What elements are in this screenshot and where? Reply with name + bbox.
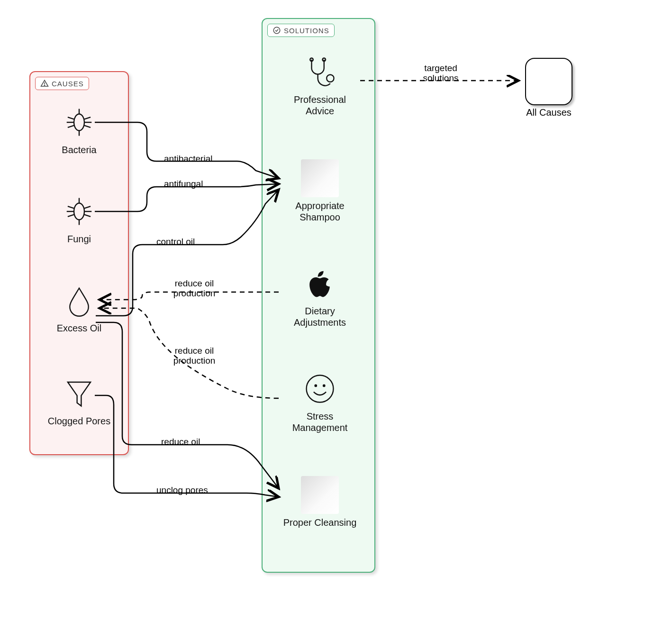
label-antifungal: antifungal xyxy=(164,179,203,189)
svg-point-12 xyxy=(74,203,84,220)
label-control-oil: control oil xyxy=(156,237,195,247)
all-causes-node: All Causes xyxy=(520,58,577,118)
label-antibacterial: antibacterial xyxy=(164,154,212,164)
svg-line-8 xyxy=(84,117,91,119)
cause-bacteria-label: Bacteria xyxy=(62,144,96,156)
warning-icon xyxy=(40,79,49,88)
label-stress-oil: reduce oil production xyxy=(166,346,223,366)
solution-cleansing-label: Proper Cleansing xyxy=(283,517,357,528)
svg-line-16 xyxy=(68,215,74,217)
solution-stress-label: Stress Management xyxy=(280,411,360,433)
svg-point-24 xyxy=(307,375,334,403)
solution-shampoo-label: Appropriate Shampoo xyxy=(280,200,360,223)
cause-pores-label: Clogged Pores xyxy=(48,415,110,427)
cause-fungi: Fungi xyxy=(39,192,119,245)
svg-line-7 xyxy=(68,126,74,128)
svg-line-18 xyxy=(84,215,91,217)
svg-point-3 xyxy=(74,114,84,131)
causes-title: CAUSES xyxy=(52,80,84,88)
shampoo-placeholder-icon xyxy=(301,159,339,197)
svg-line-17 xyxy=(84,206,91,208)
apple-icon xyxy=(301,265,339,302)
cleansing-placeholder-icon xyxy=(301,476,339,514)
solution-advice-label: Professional Advice xyxy=(280,94,360,117)
bug-icon xyxy=(60,192,98,230)
label-diet-oil: reduce oil production xyxy=(166,279,223,299)
solution-diet-label: Dietary Adjustments xyxy=(280,305,360,328)
stethoscope-icon xyxy=(301,53,339,91)
solutions-title: SOLUTIONS xyxy=(284,27,329,35)
bug-icon xyxy=(60,103,98,141)
smile-icon xyxy=(301,370,339,408)
cause-oil-label: Excess Oil xyxy=(57,322,101,334)
cause-excess-oil: Excess Oil xyxy=(39,282,119,334)
svg-line-9 xyxy=(84,126,91,128)
solution-appropriate-shampoo: Appropriate Shampoo xyxy=(280,159,360,223)
all-causes-box xyxy=(525,58,572,105)
svg-point-2 xyxy=(273,27,280,34)
check-circle-icon xyxy=(272,26,281,35)
svg-point-23 xyxy=(327,74,334,82)
causes-badge: CAUSES xyxy=(35,77,89,90)
solutions-badge: SOLUTIONS xyxy=(267,24,335,37)
svg-point-1 xyxy=(44,85,45,85)
droplet-icon xyxy=(60,282,98,320)
svg-line-15 xyxy=(68,206,74,208)
svg-line-6 xyxy=(68,117,74,119)
funnel-icon xyxy=(60,375,98,412)
solution-stress-management: Stress Management xyxy=(280,370,360,433)
solution-proper-cleansing: Proper Cleansing xyxy=(280,476,360,528)
solution-professional-advice: Professional Advice xyxy=(280,53,360,117)
svg-point-25 xyxy=(315,385,317,386)
cause-fungi-label: Fungi xyxy=(67,233,91,245)
solution-dietary-adjustments: Dietary Adjustments xyxy=(280,265,360,328)
cause-clogged-pores: Clogged Pores xyxy=(39,375,119,427)
svg-point-26 xyxy=(323,385,325,386)
all-causes-label: All Causes xyxy=(520,107,577,118)
cause-bacteria: Bacteria xyxy=(39,103,119,156)
label-targeted-solutions: targeted solutions xyxy=(417,64,464,83)
label-reduce-oil: reduce oil xyxy=(161,437,200,447)
label-unclog-pores: unclog pores xyxy=(156,485,208,495)
